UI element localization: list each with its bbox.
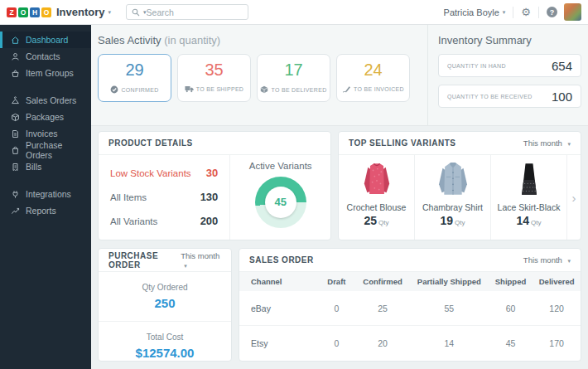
variant-name: Chambray Shirt <box>415 202 490 212</box>
contacts-icon <box>11 52 20 61</box>
sidebar-item-label: Integrations <box>26 189 71 199</box>
chambray-shirt-image <box>432 159 474 201</box>
dashboard-body: PRODUCT DETAILS Low Stock Variants 30 Al… <box>91 126 588 362</box>
app-name: Inventory <box>56 6 105 18</box>
sales-activity-card-to-be-shipped[interactable]: 35 TO BE SHIPPED <box>177 54 251 102</box>
active-variants-value: 45 <box>265 187 296 218</box>
sales-activity-cards: 29 CONFIRMED 35 <box>98 54 421 102</box>
variant-qty-value: 25 <box>364 214 377 227</box>
sidebar-item-sales-orders[interactable]: Sales Orders <box>0 92 91 109</box>
user-menu[interactable]: Patricia Boyle ▾ <box>444 7 506 17</box>
product-details-list: Low Stock Variants 30 All Items 130 All … <box>99 155 229 240</box>
sales-order-card: SALES ORDER This month ▾ Channel Draft <box>239 248 581 362</box>
sidebar-item-label: Invoices <box>26 129 58 138</box>
top-selling-variants-period-dropdown[interactable]: This month ▾ <box>523 138 571 148</box>
search-box[interactable]: ▾ <box>126 4 248 20</box>
variant-name: Crochet Blouse <box>339 202 414 212</box>
sidebar-item-label: Item Groups <box>26 68 74 78</box>
active-variants-donut: 45 <box>255 177 306 228</box>
low-stock-variants-label: Low Stock Variants <box>110 168 191 178</box>
sales-activity-card-to-be-invoiced[interactable]: 24 TO BE INVOICED <box>336 54 410 102</box>
all-variants-row: All Variants 200 <box>110 209 218 233</box>
chevron-down-icon: ▾ <box>567 258 571 264</box>
logo-tile-z: Z <box>7 7 17 17</box>
sidebar-item-invoices[interactable]: Invoices <box>0 125 91 142</box>
period-label: This month <box>523 138 562 148</box>
quantity-in-hand-label: QUANTITY IN HAND <box>447 63 506 69</box>
reports-icon <box>11 206 20 216</box>
sidebar-item-bills[interactable]: Bills <box>0 158 91 175</box>
topbar-separator <box>538 7 539 18</box>
quantity-in-hand-tile: QUANTITY IN HAND 654 <box>438 54 581 77</box>
pen-icon <box>342 85 351 93</box>
help-icon[interactable]: ? <box>547 7 557 17</box>
active-variants-chart-area: Active Variants 45 <box>229 155 330 240</box>
sidebar-item-item-groups[interactable]: Item Groups <box>0 65 91 81</box>
period-label: This month <box>181 251 219 260</box>
qty-ordered-section: Qty Ordered 250 <box>99 272 231 310</box>
crochet-blouse-image <box>356 159 398 201</box>
purchase-order-period-dropdown[interactable]: This month ▾ <box>181 251 221 269</box>
search-input[interactable] <box>147 7 243 17</box>
sidebar-item-purchase-orders[interactable]: Purchase Orders <box>0 142 91 158</box>
column-partially-shipped: Partially Shipped <box>410 272 489 291</box>
truck-icon <box>185 85 194 93</box>
period-label: This month <box>523 255 562 265</box>
confirmed-cell: 20 <box>355 326 410 361</box>
sidebar-item-label: Bills <box>26 162 41 172</box>
integrations-icon <box>11 190 20 199</box>
sidebar-item-dashboard[interactable]: Dashboard <box>0 32 91 48</box>
variant-qty: 25Qty <box>339 214 414 227</box>
qty-ordered-label: Qty Ordered <box>99 283 231 292</box>
variant-qty-value: 14 <box>516 214 529 227</box>
sales-order-table-header-row: Channel Draft Confirmed Partially Shippe… <box>239 272 581 291</box>
topbar-separator <box>513 7 513 18</box>
sidebar-item-label: Reports <box>26 206 56 216</box>
sales-activity-title-text: Sales Activity <box>98 34 161 46</box>
confirmed-count: 29 <box>99 61 171 80</box>
sidebar-item-reports[interactable]: Reports <box>0 202 91 219</box>
quantity-to-be-received-tile: QUANTITY TO BE RECEIVED 100 <box>438 85 581 108</box>
all-variants-label: All Variants <box>110 216 157 226</box>
next-variants-chevron-icon[interactable]: › <box>567 155 581 240</box>
sales-activity-section: Sales Activity (in quantity) 29 CONFIRME… <box>91 25 421 125</box>
total-cost-value: $12574.00 <box>99 346 231 360</box>
package-icon <box>260 85 268 94</box>
sales-activity-card-confirmed[interactable]: 29 CONFIRMED <box>98 54 171 102</box>
bills-icon <box>11 163 20 172</box>
sales-order-period-dropdown[interactable]: This month ▾ <box>523 255 571 265</box>
sales-activity-card-to-be-delivered[interactable]: 17 TO BE DELIVERED <box>257 54 330 102</box>
main-content: Sales Activity (in quantity) 29 CONFIRME… <box>91 25 588 369</box>
total-cost-section: Total Cost $12574.00 <box>99 322 231 360</box>
inventory-summary-section: Inventory Summary QUANTITY IN HAND 654 Q… <box>428 25 588 125</box>
to-be-shipped-count: 35 <box>178 61 250 80</box>
quantity-to-be-received-value: 100 <box>552 90 572 104</box>
variant-qty: 14Qty <box>491 214 566 227</box>
item-groups-icon <box>11 69 20 78</box>
top-bar: Z O H O Inventory ▾ ▾ Patricia Boyle ▾ ⚙… <box>0 0 588 25</box>
variant-qty: 19Qty <box>415 214 490 227</box>
delivered-cell: 170 <box>533 326 581 361</box>
sidebar-item-integrations[interactable]: Integrations <box>0 186 91 202</box>
sales-orders-icon <box>11 96 20 105</box>
low-stock-variants-value: 30 <box>206 167 218 179</box>
top-band: Sales Activity (in quantity) 29 CONFIRME… <box>91 25 588 126</box>
sidebar-item-contacts[interactable]: Contacts <box>0 48 91 65</box>
zoho-logo[interactable]: Z O H O Inventory ▾ <box>7 6 111 18</box>
delivered-cell: 120 <box>533 291 581 326</box>
variant-chambray-shirt: Chambray Shirt 19Qty <box>415 155 491 240</box>
purchase-order-title: PURCHASE ORDER <box>108 251 181 269</box>
partially-shipped-cell: 55 <box>410 291 489 326</box>
chevron-down-icon: ▾ <box>184 263 187 269</box>
chevron-down-icon: ▾ <box>503 9 506 16</box>
sidebar-item-packages[interactable]: Packages <box>0 109 91 125</box>
sidebar-item-label: Contacts <box>26 51 60 61</box>
shipped-cell: 60 <box>489 291 533 326</box>
chevron-down-icon: ▾ <box>108 9 112 16</box>
avatar[interactable] <box>564 3 581 21</box>
gear-icon[interactable]: ⚙ <box>521 7 531 17</box>
total-cost-label: Total Cost <box>99 333 231 342</box>
draft-cell: 0 <box>318 326 355 361</box>
confirmed-label-row: CONFIRMED <box>99 85 171 94</box>
top-selling-variants-card: TOP SELLING VARIANTS This month ▾ <box>338 131 581 240</box>
